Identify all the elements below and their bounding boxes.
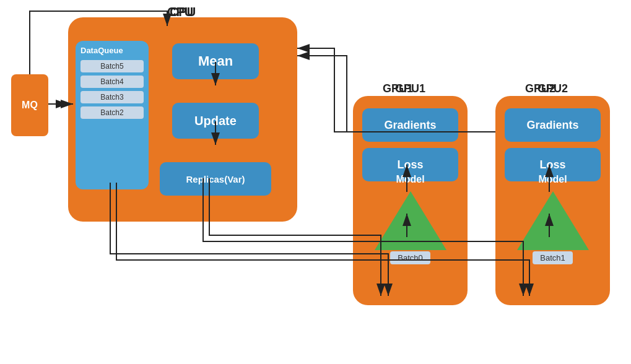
mean-box: Mean (172, 43, 259, 79)
gpu2-model-label: Model (538, 174, 567, 185)
update-box: Update (172, 103, 259, 139)
cpu-container: CPU DataQueue Batch5 Batch4 Batch3 Batch… (68, 17, 297, 222)
gpu1-container: GPU1 Gradients Loss Model Batch0 (353, 96, 468, 305)
mq-label: MQ (22, 100, 38, 111)
gpu2-model-group: Model Batch1 (517, 191, 589, 264)
gpu1-model-group: Model Batch0 (375, 191, 446, 264)
gpu1-title: GPU1 (383, 82, 413, 95)
gpu1-batch-text: Batch0 (398, 253, 422, 262)
dataqueue-box: DataQueue Batch5 Batch4 Batch3 Batch2 (76, 41, 149, 189)
mean-label: Mean (198, 53, 233, 69)
gpu2-batch-label: Batch1 (533, 251, 572, 264)
gpu2-container: GPU2 Gradients Loss Model Batch1 (495, 96, 610, 305)
gpu2-loss-label: Loss (539, 158, 565, 171)
batch5-item: Batch5 (81, 60, 144, 72)
gpu2-gradients-box: Gradients (505, 108, 601, 142)
gpu1-gradients-box: Gradients (362, 108, 458, 142)
gpu1-model-triangle: Model (375, 191, 446, 250)
mq-box: MQ (11, 74, 48, 136)
dataqueue-label: DataQueue (81, 46, 144, 55)
replicas-label: Replicas(Var) (186, 174, 245, 184)
gpu1-model-label: Model (396, 174, 424, 185)
cpu-title: CPU (167, 5, 193, 19)
gpu1-batch-label: Batch0 (390, 251, 430, 264)
gpu2-batch-text: Batch1 (540, 253, 565, 262)
batch4-item: Batch4 (81, 76, 144, 88)
replicas-box: Replicas(Var) (160, 162, 271, 196)
gpu2-title: GPU2 (525, 82, 555, 95)
gpu1-gradients-label: Gradients (384, 119, 436, 132)
gpu2-gradients-label: Gradients (526, 119, 578, 132)
batch2-item: Batch2 (81, 106, 144, 119)
update-label: Update (194, 114, 237, 128)
batch3-item: Batch3 (81, 91, 144, 103)
gpu2-model-triangle: Model (517, 191, 589, 250)
diagram-container: MQ CPU DataQueue Batch5 Batch4 Batch3 Ba… (0, 0, 631, 364)
gpu1-loss-label: Loss (397, 158, 423, 171)
